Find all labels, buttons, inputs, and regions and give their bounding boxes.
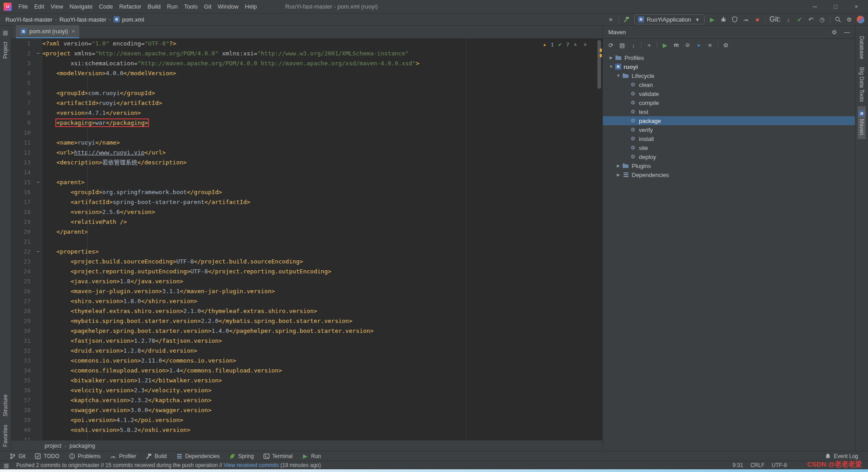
maven-settings-icon[interactable]: ⚙ xyxy=(722,41,729,49)
code-line[interactable]: <velocity.version>2.3</velocity.version> xyxy=(42,386,602,395)
run-icon[interactable]: ▶ xyxy=(709,16,716,23)
show-profiles-icon[interactable]: ≡ xyxy=(706,41,714,49)
code-line[interactable]: <commons.fileupload.version>1.4</commons… xyxy=(42,366,602,376)
code-line[interactable]: <swagger.version>3.0.0</swagger.version> xyxy=(42,405,602,415)
inspections-widget[interactable]: ▲ 1 ✔ 7 ∧ ∨ xyxy=(539,41,591,49)
code-line[interactable]: <oshi.version>5.8.2</oshi.version> xyxy=(42,425,602,435)
warning-stripe-mark[interactable] xyxy=(600,49,602,52)
download-sources-icon[interactable]: ↓ xyxy=(630,41,637,49)
maven-node-test[interactable]: ⚙test xyxy=(603,107,855,116)
menu-view[interactable]: View xyxy=(47,0,66,13)
stripe-toggle-icon[interactable]: ▦ xyxy=(3,462,10,469)
tool-button-maven[interactable]: Maven xyxy=(858,106,866,139)
generate-sources-icon[interactable]: ▤ xyxy=(619,41,626,49)
code-line[interactable]: <groupId>org.springframework.boot</group… xyxy=(42,187,602,197)
menu-build[interactable]: Build xyxy=(145,0,164,13)
chevron-right-icon[interactable]: ▶ xyxy=(615,163,622,168)
breadcrumb-item-1[interactable]: RuoYi-fast-master xyxy=(5,16,52,23)
reload-maven-icon[interactable]: ⟳ xyxy=(607,41,615,49)
editor-tab-pom-xml[interactable]: pom.xml (ruoyi) × xyxy=(16,25,79,38)
file-encoding[interactable]: UTF-8 xyxy=(772,462,787,468)
maximize-button[interactable]: □ xyxy=(832,3,839,10)
tool-button-big-data-tools[interactable]: Big Data Tools xyxy=(858,63,866,106)
execute-maven-goal-icon[interactable]: m xyxy=(673,41,680,49)
code-line[interactable]: <project.build.sourceEncoding>UTF-8</pro… xyxy=(42,257,602,267)
xml-breadcrumb-packaging[interactable]: packaging xyxy=(69,443,95,449)
tool-button-project[interactable]: Project xyxy=(1,38,9,63)
code-line[interactable]: <parent> xyxy=(42,177,602,187)
tool-button-favorites[interactable]: Favorites xyxy=(1,421,9,451)
debug-icon[interactable] xyxy=(720,16,727,23)
build-project-icon[interactable] xyxy=(623,16,630,23)
chevron-right-icon[interactable]: ▶ xyxy=(607,55,615,60)
stop-icon[interactable]: ■ xyxy=(754,16,761,23)
menu-help[interactable]: Help xyxy=(242,0,260,13)
code-line[interactable]: <properties> xyxy=(42,247,602,257)
tool-window-switcher-icon[interactable]: ▦ xyxy=(2,29,9,36)
code-line[interactable]: <mybatis.spring.boot.starter.version>2.2… xyxy=(42,316,602,326)
code-line[interactable]: <version>2.5.6</version> xyxy=(42,207,602,217)
update-project-icon[interactable]: ↓ xyxy=(785,16,792,23)
code-line[interactable] xyxy=(42,128,602,138)
code-line[interactable]: <relativePath /> xyxy=(42,217,602,227)
maven-node-verify[interactable]: ⚙verify xyxy=(603,125,855,134)
tool-window-button-problems[interactable]: Problems xyxy=(65,451,104,461)
code-line[interactable]: <maven-jar-plugin.version>3.1.1</maven-j… xyxy=(42,286,602,296)
code-line[interactable]: <java.version>1.8</java.version> xyxy=(42,277,602,286)
rollback-icon[interactable]: ↶ xyxy=(807,16,814,23)
maven-node-profiles[interactable]: ▶Profiles xyxy=(603,53,855,62)
code-line[interactable]: <packaging>war</packaging> xyxy=(42,118,602,128)
view-options-icon[interactable]: ≡ xyxy=(607,16,615,23)
maven-node-lifecycle[interactable]: ▼Lifecycle xyxy=(603,71,855,80)
close-button[interactable]: × xyxy=(853,3,860,10)
menu-edit[interactable]: Edit xyxy=(31,0,47,13)
caret-position[interactable]: 9:31 xyxy=(732,462,743,468)
code-line[interactable] xyxy=(42,168,602,177)
tool-window-button-todo[interactable]: TODO xyxy=(31,451,63,461)
tool-window-button-git[interactable]: Git xyxy=(5,451,29,461)
menu-code[interactable]: Code xyxy=(96,0,116,13)
code-line[interactable]: <thymeleaf.extras.shiro.version>2.1.0</t… xyxy=(42,306,602,316)
menu-tools[interactable]: Tools xyxy=(181,0,201,13)
menu-git[interactable]: Git xyxy=(201,0,215,13)
code-line[interactable]: <artifactId>ruoyi</artifactId> xyxy=(42,98,602,108)
code-line[interactable]: <version>4.7.1</version> xyxy=(42,108,602,118)
fold-marker-icon[interactable]: − xyxy=(36,247,40,257)
code-line[interactable]: <project.reporting.outputEncoding>UTF-8<… xyxy=(42,267,602,277)
code-line[interactable] xyxy=(42,78,602,88)
minimize-button[interactable]: ─ xyxy=(811,3,818,10)
fold-marker-icon[interactable]: − xyxy=(36,49,40,59)
code-line[interactable]: <name>ruoyi</name> xyxy=(42,138,602,148)
fold-marker-icon[interactable]: − xyxy=(36,177,40,187)
toggle-offline-icon[interactable]: ● xyxy=(695,41,702,49)
maven-node-package[interactable]: ⚙package xyxy=(603,116,855,125)
code-line[interactable]: xsi:schemaLocation="http://maven.apache.… xyxy=(42,59,602,68)
maven-node-validate[interactable]: ⚙validate xyxy=(603,89,855,98)
tool-window-button-spring[interactable]: Spring xyxy=(225,451,258,461)
tool-window-button-run[interactable]: ▶Run xyxy=(298,451,325,461)
tool-window-button-profiler[interactable]: Profiler xyxy=(106,451,140,461)
tool-window-button-dependencies[interactable]: Dependencies xyxy=(172,451,223,461)
maven-node-compile[interactable]: ⚙compile xyxy=(603,98,855,107)
code-line[interactable]: <description>若依管理系统</description> xyxy=(42,158,602,168)
code-line[interactable]: <groupId>com.ruoyi</groupId> xyxy=(42,88,602,98)
maven-node-site[interactable]: ⚙site xyxy=(603,143,855,152)
tool-window-button-terminal[interactable]: Terminal xyxy=(259,451,296,461)
code-line[interactable]: <kaptcha.version>2.3.2</kaptcha.version> xyxy=(42,395,602,405)
prev-problem-icon[interactable]: ∧ xyxy=(572,41,579,48)
maven-node-clean[interactable]: ⚙clean xyxy=(603,80,855,89)
close-tab-icon[interactable]: × xyxy=(72,28,75,35)
maven-node-ruoyi[interactable]: ▼ruoyi xyxy=(603,62,855,71)
next-problem-icon[interactable]: ∨ xyxy=(582,41,589,48)
code-line[interactable]: <fastjson.version>1.2.78</fastjson.versi… xyxy=(42,336,602,346)
code-line[interactable]: </parent> xyxy=(42,227,602,237)
chevron-down-icon[interactable]: ▼ xyxy=(615,73,622,78)
code-line[interactable] xyxy=(42,237,602,247)
tool-button-database[interactable]: Database xyxy=(858,32,866,63)
tool-window-button-build[interactable]: Build xyxy=(142,451,171,461)
menu-file[interactable]: File xyxy=(15,0,31,13)
menu-window[interactable]: Window xyxy=(215,0,242,13)
menu-refactor[interactable]: Refactor xyxy=(116,0,145,13)
run-configuration-combo[interactable]: RuoYiApplication▾ xyxy=(634,14,705,24)
code-line[interactable]: <?xml version="1.0" encoding="UTF-8"?> xyxy=(42,39,602,49)
